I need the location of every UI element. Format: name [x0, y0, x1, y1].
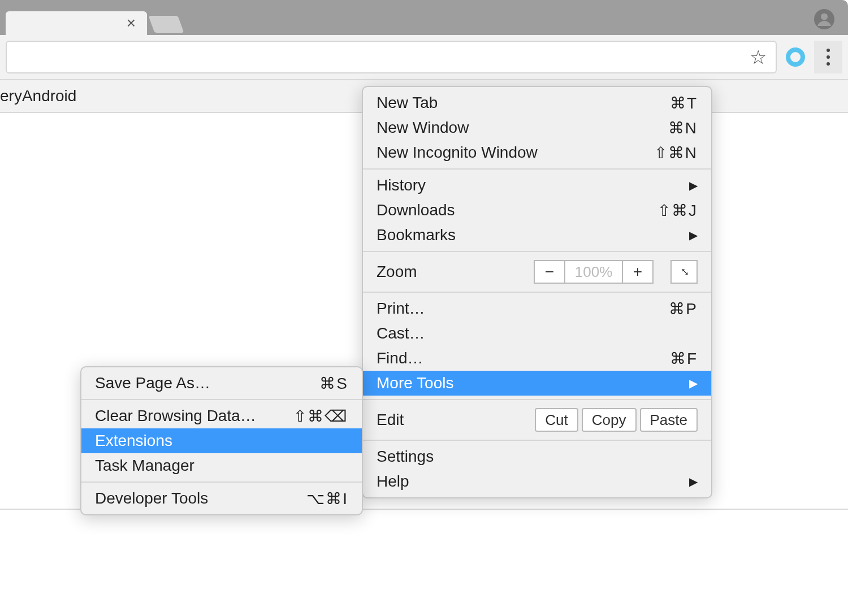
- submenu-arrow-icon: ▶: [689, 376, 698, 390]
- submenu-save-page-as[interactable]: Save Page As… ⌘S: [81, 371, 362, 396]
- shortcut-text: ⇧⌘N: [654, 144, 698, 162]
- edit-copy-button[interactable]: Copy: [582, 408, 637, 432]
- menu-separator: [363, 292, 711, 293]
- shortcut-text: ⇧⌘⌫: [293, 407, 348, 426]
- chrome-main-menu: New Tab ⌘T New Window ⌘N New Incognito W…: [362, 86, 712, 498]
- new-tab-button[interactable]: [149, 16, 184, 33]
- profile-icon[interactable]: [814, 9, 834, 29]
- shortcut-text: ⇧⌘J: [657, 201, 698, 220]
- menu-new-tab[interactable]: New Tab ⌘T: [363, 90, 711, 115]
- menu-separator: [81, 399, 362, 400]
- chrome-menu-button[interactable]: [814, 41, 842, 73]
- zoom-value: 100%: [565, 260, 622, 284]
- menu-separator: [363, 168, 711, 170]
- menu-cast[interactable]: Cast…: [363, 321, 711, 346]
- menu-settings[interactable]: Settings: [363, 444, 711, 469]
- zoom-in-button[interactable]: +: [622, 260, 654, 284]
- submenu-task-manager[interactable]: Task Manager: [81, 453, 362, 478]
- close-tab-icon[interactable]: ×: [127, 14, 136, 32]
- shortcut-text: ⌥⌘I: [306, 489, 348, 508]
- menu-separator: [363, 399, 711, 400]
- shortcut-text: ⌘N: [668, 119, 698, 137]
- menu-new-window[interactable]: New Window ⌘N: [363, 115, 711, 140]
- menu-separator: [363, 251, 711, 252]
- shortcut-text: ⌘F: [670, 349, 698, 368]
- menu-find[interactable]: Find… ⌘F: [363, 346, 711, 371]
- submenu-arrow-icon: ▶: [689, 228, 698, 242]
- address-bar[interactable]: ☆: [6, 41, 777, 73]
- browser-tab[interactable]: ×: [6, 11, 147, 35]
- edit-cut-button[interactable]: Cut: [535, 408, 578, 432]
- shortcut-text: ⌘P: [669, 300, 698, 318]
- submenu-arrow-icon: ▶: [689, 179, 698, 192]
- submenu-arrow-icon: ▶: [689, 475, 698, 488]
- more-tools-submenu: Save Page As… ⌘S Clear Browsing Data… ⇧⌘…: [80, 366, 363, 515]
- menu-separator: [81, 481, 362, 483]
- titlebar: ×: [0, 0, 848, 35]
- bookmark-star-icon[interactable]: ☆: [750, 46, 767, 68]
- shortcut-text: ⌘S: [319, 374, 348, 393]
- info-bar-text: eryAndroid: [0, 87, 76, 105]
- menu-zoom: Zoom − 100% + ⤡: [363, 255, 711, 288]
- menu-bookmarks[interactable]: Bookmarks ▶: [363, 223, 711, 248]
- menu-separator: [363, 440, 711, 441]
- fullscreen-button[interactable]: ⤡: [670, 260, 698, 284]
- menu-more-tools[interactable]: More Tools ▶: [363, 371, 711, 396]
- shortcut-text: ⌘T: [670, 94, 698, 112]
- submenu-clear-browsing-data[interactable]: Clear Browsing Data… ⇧⌘⌫: [81, 404, 362, 428]
- menu-new-incognito[interactable]: New Incognito Window ⇧⌘N: [363, 140, 711, 165]
- submenu-developer-tools[interactable]: Developer Tools ⌥⌘I: [81, 486, 362, 511]
- submenu-extensions[interactable]: Extensions: [81, 428, 362, 453]
- menu-downloads[interactable]: Downloads ⇧⌘J: [363, 198, 711, 223]
- extension-ring-icon[interactable]: [786, 47, 805, 67]
- toolbar: ☆: [0, 35, 848, 80]
- zoom-out-button[interactable]: −: [534, 260, 565, 284]
- menu-history[interactable]: History ▶: [363, 173, 711, 198]
- menu-help[interactable]: Help ▶: [363, 469, 711, 494]
- svg-point-1: [821, 14, 828, 20]
- menu-edit: Edit Cut Copy Paste: [363, 404, 711, 436]
- menu-print[interactable]: Print… ⌘P: [363, 296, 711, 321]
- edit-paste-button[interactable]: Paste: [640, 408, 698, 432]
